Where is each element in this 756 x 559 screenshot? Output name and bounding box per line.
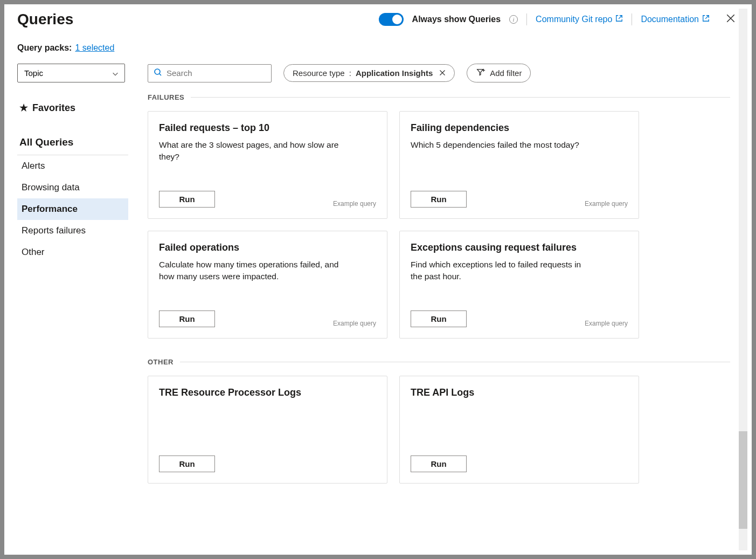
card-description: Find which exceptions led to failed requ… bbox=[411, 259, 594, 282]
info-icon[interactable]: i bbox=[509, 15, 518, 24]
always-show-toggle[interactable] bbox=[379, 13, 404, 26]
sidebar: Topic ★ Favorites All Queries Alerts Bro… bbox=[17, 64, 141, 555]
sidebar-item-performance[interactable]: Performance bbox=[17, 198, 128, 220]
divider bbox=[526, 13, 527, 25]
add-filter-label: Add filter bbox=[490, 68, 522, 78]
remove-filter-icon[interactable] bbox=[439, 69, 446, 78]
add-filter-icon bbox=[476, 68, 485, 78]
card-description: Which 5 dependencies failed the most tod… bbox=[411, 139, 594, 151]
filter-bar: Resource type : Application Insights Ad bbox=[148, 64, 752, 93]
query-packs-label: Query packs: bbox=[17, 43, 72, 53]
resource-type-label: Resource type bbox=[293, 68, 345, 78]
card-title: Exceptions causing request failures bbox=[411, 242, 628, 253]
card-title: Failed requests – top 10 bbox=[159, 122, 376, 134]
divider bbox=[632, 13, 632, 25]
chevron-down-icon bbox=[112, 70, 118, 77]
query-card: Exceptions causing request failures Find… bbox=[399, 231, 639, 339]
card-title: TRE API Logs bbox=[411, 387, 628, 398]
card-title: Failing dependencies bbox=[411, 122, 628, 134]
add-filter-button[interactable]: Add filter bbox=[467, 64, 531, 82]
query-card: Failed requests – top 10 What are the 3 … bbox=[148, 111, 387, 219]
queries-modal: Queries Always show Queries i Community … bbox=[4, 4, 752, 555]
run-button[interactable]: Run bbox=[159, 456, 215, 472]
topic-select-value: Topic bbox=[24, 68, 43, 78]
search-input[interactable] bbox=[167, 68, 269, 78]
query-card: Failing dependencies Which 5 dependencie… bbox=[399, 111, 639, 219]
run-button[interactable]: Run bbox=[411, 310, 467, 327]
community-git-label: Community Git repo bbox=[536, 15, 612, 24]
modal-header: Queries Always show Queries i Community … bbox=[4, 4, 752, 30]
search-icon bbox=[154, 68, 162, 79]
query-card: TRE API Logs Run bbox=[399, 376, 639, 484]
community-git-link[interactable]: Community Git repo bbox=[536, 15, 623, 24]
card-description: What are the 3 slowest pages, and how sl… bbox=[159, 139, 342, 162]
query-card: TRE Resource Processor Logs Run bbox=[148, 376, 387, 484]
content-scroll[interactable]: FAILURES Failed requests – top 10 What a… bbox=[148, 93, 752, 555]
example-tag: Example query bbox=[333, 200, 376, 208]
external-link-icon bbox=[702, 15, 710, 24]
always-show-label: Always show Queries bbox=[412, 15, 501, 24]
query-card: Failed operations Calculate how many tim… bbox=[148, 231, 387, 339]
all-queries-heading[interactable]: All Queries bbox=[17, 130, 128, 155]
section-header-failures: FAILURES bbox=[148, 93, 730, 101]
example-tag: Example query bbox=[585, 200, 628, 208]
star-icon: ★ bbox=[19, 102, 28, 114]
example-tag: Example query bbox=[333, 320, 376, 327]
scrollbar-thumb[interactable] bbox=[739, 431, 747, 529]
external-link-icon bbox=[615, 15, 623, 24]
divider bbox=[180, 362, 730, 362]
run-button[interactable]: Run bbox=[159, 310, 215, 327]
section-title: OTHER bbox=[148, 358, 174, 366]
close-button[interactable] bbox=[723, 11, 739, 27]
documentation-label: Documentation bbox=[641, 15, 699, 24]
sidebar-item-alerts[interactable]: Alerts bbox=[17, 155, 128, 177]
favorites-label: Favorites bbox=[32, 102, 75, 114]
query-packs-row: Query packs: 1 selected bbox=[4, 30, 752, 53]
sidebar-item-browsing-data[interactable]: Browsing data bbox=[17, 177, 128, 198]
topic-select[interactable]: Topic bbox=[17, 64, 125, 82]
svg-point-0 bbox=[155, 69, 160, 74]
main-panel: Resource type : Application Insights Ad bbox=[141, 64, 752, 555]
page-title: Queries bbox=[17, 11, 73, 28]
run-button[interactable]: Run bbox=[411, 456, 467, 472]
failures-grid: Failed requests – top 10 What are the 3 … bbox=[148, 111, 730, 339]
other-grid: TRE Resource Processor Logs Run TRE API … bbox=[148, 376, 730, 484]
resource-type-value: Application Insights bbox=[356, 68, 433, 78]
card-description: Calculate how many times operations fail… bbox=[159, 259, 342, 282]
section-header-other: OTHER bbox=[148, 358, 730, 366]
sidebar-item-reports-failures[interactable]: Reports failures bbox=[17, 220, 128, 241]
documentation-link[interactable]: Documentation bbox=[641, 15, 710, 24]
resource-type-filter[interactable]: Resource type : Application Insights bbox=[283, 64, 455, 82]
search-box[interactable] bbox=[148, 64, 272, 82]
card-title: Failed operations bbox=[159, 242, 376, 253]
modal-body: Topic ★ Favorites All Queries Alerts Bro… bbox=[4, 53, 752, 555]
run-button[interactable]: Run bbox=[159, 191, 215, 208]
run-button[interactable]: Run bbox=[411, 191, 467, 208]
divider bbox=[191, 97, 730, 98]
card-title: TRE Resource Processor Logs bbox=[159, 387, 376, 398]
query-packs-link[interactable]: 1 selected bbox=[75, 43, 114, 53]
example-tag: Example query bbox=[585, 320, 628, 327]
section-title: FAILURES bbox=[148, 93, 184, 101]
sidebar-item-other[interactable]: Other bbox=[17, 241, 128, 263]
favorites-heading[interactable]: ★ Favorites bbox=[17, 96, 141, 119]
scrollbar[interactable] bbox=[739, 9, 747, 550]
